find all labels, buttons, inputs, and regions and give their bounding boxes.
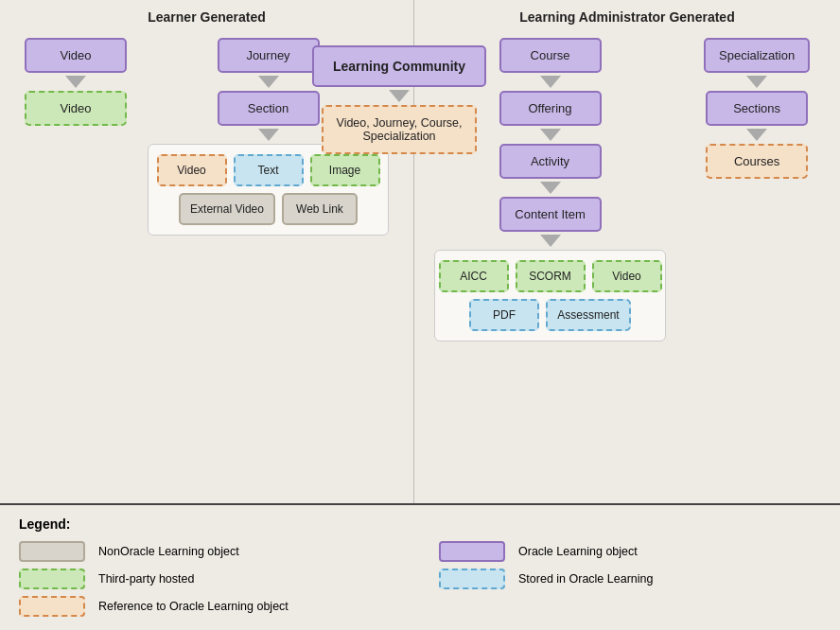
node-sections-r: Sections — [706, 91, 808, 126]
arr-c3 — [540, 182, 561, 194]
node-offering-r: Offering — [499, 91, 602, 126]
node-course-r: Course — [499, 38, 602, 73]
leg-sw-purple — [439, 541, 505, 562]
inner-row1: Video Text Image — [156, 154, 380, 186]
node-lc-bottom: Video, Journey, Course,Specialization — [322, 105, 478, 154]
leg-item-3: Stored in Oracle Learning — [439, 569, 821, 589]
node-video-top-l: Video — [25, 38, 127, 73]
node-activity-r: Activity — [499, 144, 602, 179]
leg-label-0: NonOracle Learning object — [98, 545, 239, 558]
node-journey-l: Journey — [218, 38, 320, 73]
learning-community-overlay: Learning Community Video, Journey, Cours… — [312, 45, 486, 154]
node-pdf-r: PDF — [469, 299, 539, 331]
leg-item-4: Reference to Oracle Learning object — [19, 596, 401, 617]
arr-c4 — [540, 235, 561, 247]
legend-box: Legend: NonOracle Learning object Oracle… — [0, 503, 840, 630]
node-text-inner: Text — [234, 154, 304, 186]
node-section-l: Section — [218, 91, 320, 126]
arr-s1 — [746, 76, 767, 88]
node-aicc-r: AICC — [439, 260, 509, 292]
arr-j2 — [258, 129, 279, 141]
node-image-inner: Image — [310, 154, 380, 186]
leg-grid: NonOracle Learning object Oracle Learnin… — [19, 541, 821, 617]
leg-label-4: Reference to Oracle Learning object — [98, 600, 289, 613]
leg-sw-green — [19, 569, 85, 589]
right-zone-title: Learning Administrator Generated — [429, 9, 825, 25]
leg-sw-gray — [19, 541, 85, 562]
leg-title: Legend: — [19, 516, 821, 532]
node-video-inner: Video — [157, 154, 227, 186]
inner-row2: External Video Web Link — [156, 193, 380, 225]
leg-sw-blue — [439, 569, 505, 589]
leg-label-2: Third-party hosted — [98, 572, 194, 586]
leg-label-3: Stored in Oracle Learning — [518, 572, 653, 586]
node-learning-community: Learning Community — [312, 45, 486, 87]
node-video-bot-l: Video — [25, 91, 127, 126]
node-specialization-r: Specialization — [704, 38, 810, 73]
arr-v1 — [65, 76, 86, 88]
leg-item-2: Third-party hosted — [19, 569, 401, 589]
leg-sw-orange — [19, 596, 85, 617]
node-video-r: Video — [592, 260, 662, 292]
left-video-col: Video Video — [25, 38, 127, 126]
content-inner-row2: PDF Assessment — [443, 299, 657, 331]
arr-c2 — [540, 129, 561, 141]
section-inner-box: Video Text Image External Video — [148, 144, 389, 236]
node-assessment-r: Assessment — [546, 299, 631, 331]
right-col2-n: Specialization Sections Courses — [704, 38, 810, 179]
left-zone-title: Learner Generated — [15, 9, 398, 25]
arr-j1 — [258, 76, 279, 88]
right-content: Course Offering Activity Content Item — [429, 38, 825, 341]
leg-label-1: Oracle Learning object — [518, 545, 638, 558]
node-external-video-inner: External Video — [179, 193, 275, 225]
content-inner-box: AICC SCORM Video PDF — [434, 250, 666, 341]
arr-c1 — [540, 76, 561, 88]
node-content-item-r: Content Item — [499, 197, 602, 232]
arr-lc — [389, 90, 410, 102]
leg-item-1: Oracle Learning object — [439, 541, 821, 562]
node-web-link-inner: Web Link — [282, 193, 358, 225]
arr-s2 — [746, 129, 767, 141]
leg-item-0: NonOracle Learning object — [19, 541, 401, 562]
content-inner-row1: AICC SCORM Video — [443, 260, 657, 292]
page: Learner Generated Video Video Journey — [0, 0, 840, 630]
node-courses-r: Courses — [706, 144, 808, 179]
node-scorm-r: SCORM — [516, 260, 586, 292]
